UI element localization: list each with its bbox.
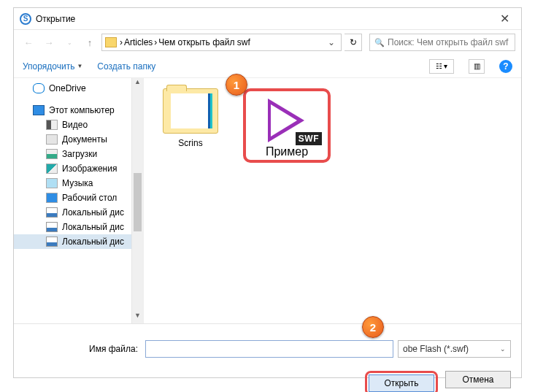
new-folder-button[interactable]: Создать папку bbox=[97, 61, 155, 72]
images-icon bbox=[46, 164, 58, 174]
search-icon: 🔍 bbox=[374, 38, 385, 47]
view-mode-button[interactable]: ☷ ▾ bbox=[429, 59, 454, 74]
onedrive-icon bbox=[33, 83, 45, 93]
filename-row: Имя файла: obe Flash (*.swf) ⌄ bbox=[24, 340, 511, 358]
toolbar: Упорядочить ▼ Создать папку ☷ ▾ ▥ ? bbox=[14, 55, 521, 78]
tree-downloads[interactable]: Загрузки bbox=[14, 147, 143, 161]
app-icon: S bbox=[20, 13, 31, 25]
tree-video[interactable]: Видео bbox=[14, 118, 143, 132]
forward-button[interactable]: → bbox=[40, 34, 58, 51]
tree-label: Музыка bbox=[62, 178, 93, 188]
new-folder-label: Создать папку bbox=[97, 61, 155, 72]
bottom-pane: Имя файла: obe Flash (*.swf) ⌄ Открыть О… bbox=[14, 323, 521, 392]
breadcrumb-sep: › bbox=[154, 37, 157, 47]
tree-label: Рабочий стол bbox=[62, 193, 117, 203]
tree-label: Этот компьютер bbox=[49, 105, 115, 115]
tree-disk[interactable]: Локальный дис bbox=[14, 234, 143, 249]
swf-badge: SWF bbox=[296, 132, 322, 145]
tree-label: Локальный дис bbox=[62, 222, 124, 232]
pc-icon bbox=[33, 105, 45, 115]
breadcrumb-sep: › bbox=[120, 37, 123, 47]
open-highlight: Открыть bbox=[365, 371, 438, 392]
tree-this-pc[interactable]: Этот компьютер bbox=[14, 103, 143, 118]
dialog-buttons: Открыть Отмена bbox=[24, 371, 511, 392]
address-bar-row: ← → ⌄ ↑ › Articles › Чем открыть файл sw… bbox=[14, 30, 521, 55]
back-button[interactable]: ← bbox=[20, 34, 37, 51]
preview-pane-button[interactable]: ▥ bbox=[469, 59, 485, 74]
recent-dropdown-icon[interactable]: ⌄ bbox=[61, 34, 78, 51]
breadcrumb-part[interactable]: Чем открыть файл swf bbox=[158, 37, 250, 47]
help-button[interactable]: ? bbox=[499, 60, 512, 73]
navigation-tree: OneDrive Этот компьютер Видео Документы … bbox=[14, 78, 144, 323]
filetype-label: obe Flash (*.swf) bbox=[403, 344, 469, 354]
search-input[interactable]: 🔍 Поиск: Чем открыть файл swf bbox=[369, 34, 515, 51]
tree-onedrive[interactable]: OneDrive bbox=[14, 81, 143, 96]
tree-scrollbar[interactable]: ▲ ▼ bbox=[131, 78, 143, 323]
refresh-button[interactable]: ↻ bbox=[345, 34, 362, 51]
chevron-down-icon: ⌄ bbox=[500, 345, 506, 353]
tree-disk[interactable]: Локальный дис bbox=[14, 220, 143, 234]
dialog-window: S Открытие ✕ ← → ⌄ ↑ › Articles › Чем от… bbox=[13, 7, 522, 378]
scroll-up-icon[interactable]: ▲ bbox=[132, 78, 143, 90]
downloads-icon bbox=[46, 149, 58, 159]
open-button[interactable]: Открыть bbox=[369, 374, 434, 392]
tree-label: OneDrive bbox=[49, 83, 86, 93]
tree-disk[interactable]: Локальный дис bbox=[14, 205, 143, 220]
filename-input[interactable] bbox=[145, 340, 393, 358]
tree-label: Видео bbox=[62, 120, 88, 130]
folder-icon bbox=[105, 37, 117, 47]
desktop-icon bbox=[46, 193, 58, 203]
breadcrumb-part[interactable]: Articles bbox=[124, 37, 153, 47]
folder-icon bbox=[163, 88, 218, 134]
music-icon bbox=[46, 178, 58, 188]
swf-file-tile[interactable]: SWF Пример bbox=[243, 88, 331, 163]
main-split: OneDrive Этот компьютер Видео Документы … bbox=[14, 78, 521, 323]
window-title: Открытие bbox=[36, 14, 494, 24]
close-button[interactable]: ✕ bbox=[494, 10, 515, 27]
scroll-down-icon[interactable]: ▼ bbox=[132, 312, 143, 323]
search-placeholder: Поиск: Чем открыть файл swf bbox=[388, 37, 508, 47]
cancel-button[interactable]: Отмена bbox=[445, 371, 511, 388]
organize-menu[interactable]: Упорядочить ▼ bbox=[23, 61, 82, 72]
breadcrumb[interactable]: › Articles › Чем открыть файл swf ⌄ bbox=[101, 34, 342, 51]
tree-music[interactable]: Музыка bbox=[14, 176, 143, 191]
scroll-thumb[interactable] bbox=[134, 173, 142, 231]
folder-tile[interactable]: Scrins bbox=[155, 88, 226, 148]
callout-1: 1 bbox=[226, 74, 247, 96]
tree-label: Документы bbox=[62, 134, 107, 145]
callout-2: 2 bbox=[362, 316, 384, 338]
breadcrumb-dropdown-icon[interactable]: ⌄ bbox=[325, 37, 338, 47]
disk-icon bbox=[46, 237, 58, 247]
file-list[interactable]: Scrins SWF Пример bbox=[144, 78, 521, 323]
tree-label: Локальный дис bbox=[62, 237, 124, 247]
filename-label: Имя файла: bbox=[24, 344, 141, 354]
documents-icon bbox=[46, 134, 58, 145]
disk-icon bbox=[46, 222, 58, 232]
tree-desktop[interactable]: Рабочий стол bbox=[14, 191, 143, 205]
tree-documents[interactable]: Документы bbox=[14, 132, 143, 147]
up-button[interactable]: ↑ bbox=[81, 34, 99, 51]
tree-label: Локальный дис bbox=[62, 207, 124, 218]
tree-label: Изображения bbox=[62, 164, 117, 174]
disk-icon bbox=[46, 207, 58, 218]
file-label: Пример bbox=[250, 145, 323, 158]
organize-label: Упорядочить bbox=[23, 61, 74, 72]
tree-label: Загрузки bbox=[62, 149, 97, 159]
filetype-dropdown[interactable]: obe Flash (*.swf) ⌄ bbox=[398, 340, 511, 358]
folder-label: Scrins bbox=[155, 138, 226, 148]
video-icon bbox=[46, 120, 58, 130]
title-bar: S Открытие ✕ bbox=[14, 8, 521, 30]
tree-images[interactable]: Изображения bbox=[14, 161, 143, 176]
chevron-down-icon: ▼ bbox=[77, 63, 82, 69]
